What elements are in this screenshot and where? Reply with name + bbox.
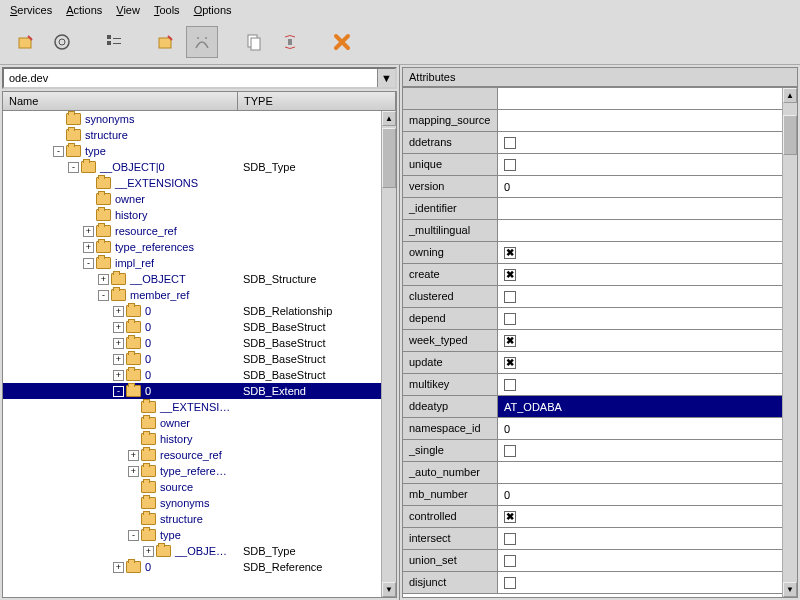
checkbox[interactable] [504,313,516,325]
expand-icon[interactable]: + [113,354,124,365]
tree-row[interactable]: structure [3,127,381,143]
tree-row[interactable]: +type_references [3,239,381,255]
tree-row[interactable]: +type_refere… [3,463,381,479]
attr-value[interactable]: ✖ [498,352,782,373]
checkbox[interactable]: ✖ [504,269,516,281]
expand-icon[interactable]: + [113,306,124,317]
attr-value[interactable] [498,572,782,593]
tree-row[interactable]: +resource_ref [3,447,381,463]
attr-row[interactable]: depend [403,308,782,330]
attr-value[interactable]: 0 [498,176,782,197]
tree-row[interactable]: +0SDB_BaseStruct [3,367,381,383]
scroll-up-icon[interactable]: ▲ [382,111,396,126]
tree-row[interactable]: __EXTENSIONS [3,175,381,191]
toolbar-btn-close[interactable] [326,26,358,58]
scroll-down-icon[interactable]: ▼ [783,582,797,597]
expand-icon[interactable]: + [143,546,154,557]
scroll-up-icon[interactable]: ▲ [783,88,797,103]
attr-row[interactable]: controlled✖ [403,506,782,528]
attr-value[interactable] [498,110,782,131]
attr-row[interactable]: _multilingual [403,220,782,242]
toolbar-btn-4[interactable] [150,26,182,58]
expand-icon[interactable]: + [83,226,94,237]
checkbox[interactable] [504,555,516,567]
scroll-thumb[interactable] [382,128,396,188]
attr-value[interactable] [498,528,782,549]
checkbox[interactable] [504,577,516,589]
collapse-icon[interactable]: - [83,258,94,269]
attr-value[interactable] [498,132,782,153]
expand-icon[interactable]: + [128,450,139,461]
checkbox[interactable] [504,445,516,457]
attr-row[interactable]: version0 [403,176,782,198]
attr-row[interactable]: multikey [403,374,782,396]
tree-row[interactable]: +resource_ref [3,223,381,239]
attr-value[interactable] [498,220,782,241]
tree-row[interactable]: +0SDB_BaseStruct [3,351,381,367]
toolbar-btn-6[interactable] [238,26,270,58]
source-combo[interactable]: ▼ [2,67,397,89]
collapse-icon[interactable]: - [128,530,139,541]
expand-icon[interactable]: + [83,242,94,253]
attr-value[interactable] [498,198,782,219]
checkbox[interactable] [504,291,516,303]
scroll-down-icon[interactable]: ▼ [382,582,396,597]
attr-row[interactable]: ddeatypAT_ODABA [403,396,782,418]
scroll-thumb[interactable] [783,115,797,155]
attr-row[interactable]: mb_number0 [403,484,782,506]
attr-row[interactable]: create✖ [403,264,782,286]
toolbar-btn-5[interactable] [186,26,218,58]
checkbox[interactable] [504,379,516,391]
collapse-icon[interactable]: - [98,290,109,301]
attr-value[interactable]: AT_ODABA [498,396,782,417]
attr-row[interactable]: _auto_number [403,462,782,484]
attr-row[interactable]: week_typed✖ [403,330,782,352]
checkbox[interactable] [504,533,516,545]
checkbox[interactable]: ✖ [504,335,516,347]
toolbar-btn-2[interactable] [46,26,78,58]
attr-value[interactable]: ✖ [498,330,782,351]
toolbar-btn-1[interactable] [10,26,42,58]
tree-row[interactable]: __EXTENSI… [3,399,381,415]
attr-value[interactable] [498,286,782,307]
tree-view[interactable]: synonymsstructure-type-__OBJECT|0SDB_Typ… [3,111,381,597]
tree-row[interactable]: +__OBJE…SDB_Type [3,543,381,559]
tree-row[interactable]: -impl_ref [3,255,381,271]
expand-icon[interactable]: + [113,338,124,349]
menu-view[interactable]: View [116,4,140,16]
expand-icon[interactable]: + [128,466,139,477]
chevron-down-icon[interactable]: ▼ [377,69,395,87]
tree-row[interactable]: -__OBJECT|0SDB_Type [3,159,381,175]
attr-row[interactable]: union_set [403,550,782,572]
checkbox[interactable] [504,159,516,171]
tree-row[interactable]: synonyms [3,495,381,511]
expand-icon[interactable]: + [98,274,109,285]
attr-row[interactable]: intersect [403,528,782,550]
tree-row[interactable]: -type [3,527,381,543]
attr-value[interactable]: 0 [498,418,782,439]
attr-value[interactable] [498,462,782,483]
tree-row[interactable]: owner [3,191,381,207]
menu-options[interactable]: Options [194,4,232,16]
attr-row[interactable]: mapping_source [403,110,782,132]
tree-row[interactable]: history [3,431,381,447]
expand-icon[interactable]: + [113,322,124,333]
col-name[interactable]: Name [3,92,238,110]
attr-row[interactable]: unique [403,154,782,176]
collapse-icon[interactable]: - [68,162,79,173]
checkbox[interactable] [504,137,516,149]
tree-row[interactable]: owner [3,415,381,431]
menu-actions[interactable]: Actions [66,4,102,16]
attr-row[interactable]: owning✖ [403,242,782,264]
toolbar-btn-3[interactable] [98,26,130,58]
attr-row[interactable]: disjunct [403,572,782,594]
tree-row[interactable]: -0SDB_Extend [3,383,381,399]
tree-row[interactable]: -type [3,143,381,159]
tree-row[interactable]: history [3,207,381,223]
menu-services[interactable]: Services [10,4,52,16]
attr-value[interactable]: ✖ [498,264,782,285]
expand-icon[interactable]: + [113,370,124,381]
tree-row[interactable]: +__OBJECTSDB_Structure [3,271,381,287]
tree-row[interactable]: +0SDB_Reference [3,559,381,575]
attributes-grid[interactable]: mapping_sourceddetransuniqueversion0_ide… [403,88,782,597]
